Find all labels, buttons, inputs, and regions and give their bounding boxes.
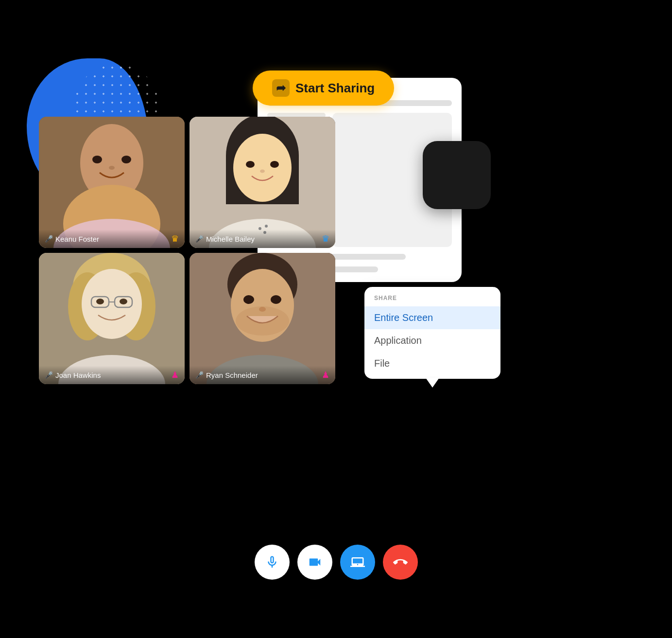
share-screen-icon xyxy=(350,555,365,569)
svg-point-24 xyxy=(82,269,142,339)
share-screen-button[interactable] xyxy=(340,545,375,580)
mic-icon-keanu: 🎤 xyxy=(45,235,53,243)
video-label-michelle: 🎤 Michelle Bailey ♛ xyxy=(190,230,335,248)
svg-point-6 xyxy=(109,166,115,170)
label-left-keanu: 🎤 Keanu Foster xyxy=(45,235,99,243)
face-keanu xyxy=(39,117,185,248)
svg-point-5 xyxy=(121,156,131,163)
face-svg-joan xyxy=(39,253,185,384)
svg-point-17 xyxy=(270,161,279,168)
video-tile-keanu: 🎤 Keanu Foster ♛ xyxy=(39,117,185,248)
video-label-joan: 🎤 Joan Hawkins ♟ xyxy=(39,366,185,384)
ryan-name: Ryan Schneider xyxy=(206,371,258,379)
video-label-ryan: 🎤 Ryan Schneider ♟ xyxy=(190,366,335,384)
label-left-ryan: 🎤 Ryan Schneider xyxy=(195,371,258,379)
mic-icon-michelle: 🎤 xyxy=(195,235,204,243)
svg-point-39 xyxy=(259,307,266,312)
crown-joan: ♟ xyxy=(171,370,179,380)
share-menu-title: SHARE xyxy=(364,295,500,306)
svg-point-30 xyxy=(120,299,127,304)
microphone-button[interactable] xyxy=(255,545,290,580)
joan-name: Joan Hawkins xyxy=(55,371,101,379)
keanu-name: Keanu Foster xyxy=(55,235,99,243)
face-svg-michelle xyxy=(190,117,335,248)
video-grid: 🎤 Keanu Foster ♛ xyxy=(39,117,335,384)
start-sharing-label: Start Sharing xyxy=(295,81,375,96)
label-left-joan: 🎤 Joan Hawkins xyxy=(45,371,101,379)
svg-point-11 xyxy=(233,134,292,202)
camera-icon xyxy=(308,555,322,569)
mic-icon-ryan: 🎤 xyxy=(195,371,204,379)
svg-point-18 xyxy=(260,170,265,173)
scene: ➦ Start Sharing xyxy=(0,0,672,638)
crown-ryan: ♟ xyxy=(322,370,329,380)
face-michelle xyxy=(190,117,335,248)
share-arrow-icon: ➦ xyxy=(272,79,290,97)
end-call-button[interactable] xyxy=(383,545,418,580)
svg-point-14 xyxy=(265,225,268,228)
microphone-icon xyxy=(265,555,279,569)
svg-point-16 xyxy=(246,161,255,168)
apple-logo-card xyxy=(423,141,491,209)
share-item-application[interactable]: Application xyxy=(364,329,500,352)
share-item-file[interactable]: File xyxy=(364,352,500,375)
end-call-icon xyxy=(393,555,408,569)
face-joan xyxy=(39,253,185,384)
svg-point-37 xyxy=(243,295,254,304)
mic-icon-joan: 🎤 xyxy=(45,371,53,379)
video-tile-ryan: 🎤 Ryan Schneider ♟ xyxy=(190,253,335,384)
label-left-michelle: 🎤 Michelle Bailey xyxy=(195,235,255,243)
svg-point-4 xyxy=(92,156,102,163)
controls-bar xyxy=(255,545,418,580)
share-item-entire-screen[interactable]: Entire Screen xyxy=(364,306,500,329)
video-tile-joan: 🎤 Joan Hawkins ♟ xyxy=(39,253,185,384)
video-tile-michelle: 🎤 Michelle Bailey ♛ xyxy=(190,117,335,248)
crown-michelle: ♛ xyxy=(322,233,329,244)
svg-point-29 xyxy=(96,299,104,304)
svg-point-38 xyxy=(271,295,281,304)
michelle-name: Michelle Bailey xyxy=(206,235,255,243)
start-sharing-button[interactable]: ➦ Start Sharing xyxy=(253,71,394,106)
video-label-keanu: 🎤 Keanu Foster ♛ xyxy=(39,230,185,248)
crown-keanu: ♛ xyxy=(171,233,179,244)
camera-button[interactable] xyxy=(297,545,332,580)
share-dropdown: SHARE Entire Screen Application File xyxy=(364,287,500,379)
face-ryan xyxy=(190,253,335,384)
face-svg-ryan xyxy=(190,253,335,384)
face-svg-keanu xyxy=(39,117,185,248)
